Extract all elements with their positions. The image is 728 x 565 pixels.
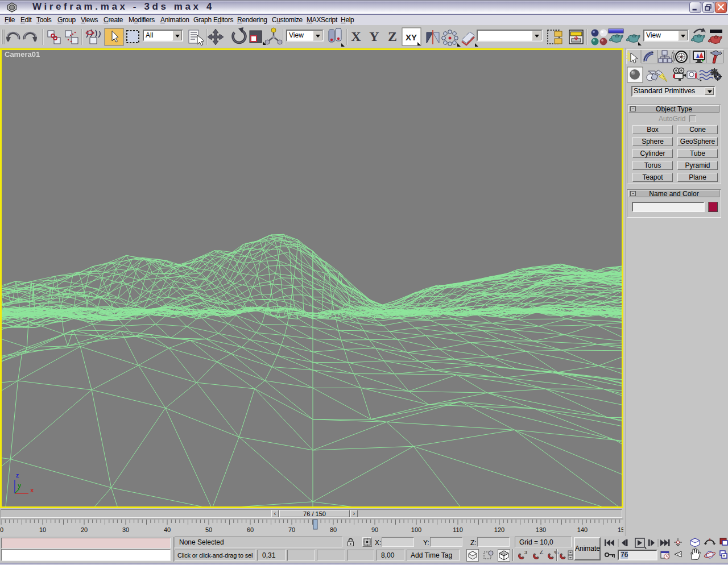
svg-text:20: 20 <box>81 526 88 533</box>
svg-text:60: 60 <box>247 526 254 533</box>
svg-text:X: X <box>351 29 361 44</box>
svg-text:10: 10 <box>39 526 46 533</box>
svg-text:∠: ∠ <box>539 550 544 555</box>
svg-text:120: 120 <box>494 526 504 533</box>
svg-text:30: 30 <box>122 526 129 533</box>
svg-text:140: 140 <box>577 526 588 533</box>
svg-text:40: 40 <box>164 526 171 533</box>
svg-text:90: 90 <box>371 526 378 533</box>
svg-text:110: 110 <box>453 526 463 533</box>
svg-text:15: 15 <box>618 526 623 533</box>
svg-text:Y: Y <box>369 29 379 44</box>
svg-text:70: 70 <box>288 526 295 533</box>
svg-text:50: 50 <box>205 526 212 533</box>
svg-text:80: 80 <box>330 526 337 533</box>
svg-text:130: 130 <box>536 526 546 533</box>
svg-text:XY: XY <box>406 32 417 42</box>
svg-text:0: 0 <box>0 526 3 533</box>
svg-text:100: 100 <box>411 526 421 533</box>
svg-text:3: 3 <box>524 550 527 555</box>
svg-text:Z: Z <box>388 29 397 44</box>
